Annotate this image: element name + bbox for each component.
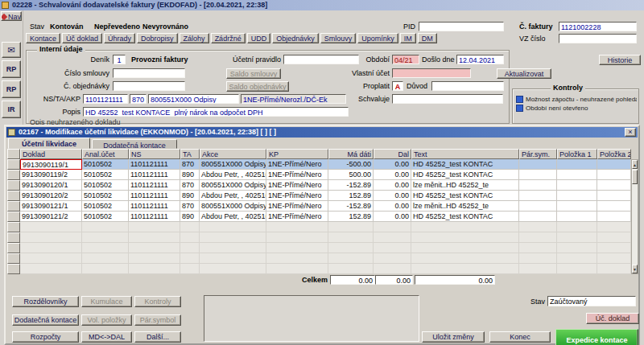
table-row[interactable]: 9913090119/150105021101121111870800551X0… (7, 159, 631, 170)
table-cell[interactable]: 1NE-Přímé/Nero (266, 201, 328, 212)
note-area[interactable] (204, 295, 419, 342)
table-cell[interactable] (597, 180, 631, 191)
popis-field[interactable]: HD 45252_test KONTACE_plný nárok na odpo… (83, 107, 349, 117)
historie-button[interactable]: Historie (599, 55, 641, 65)
table-cell[interactable]: 5010502 (82, 201, 129, 212)
table-cell[interactable]: 9913090120/2 (20, 191, 82, 201)
row-selector[interactable] (7, 201, 20, 212)
faktura-field[interactable]: 1121002228 (559, 22, 637, 31)
table-cell[interactable] (519, 191, 557, 201)
akce-field[interactable]: 800551X000 Odpisy (148, 94, 239, 104)
table-cell[interactable]: 1NE-Přímé/Nero (266, 170, 328, 180)
table-cell[interactable]: Abdou Petr, , 402516 (200, 170, 266, 180)
doslo-field[interactable]: 12.04.2021 (456, 55, 504, 64)
objednavka-field[interactable] (113, 81, 185, 91)
table-cell[interactable]: 5010502 (82, 212, 129, 222)
kp-field[interactable]: 1NE-Přímé/Nerozl./DČ-Ek (241, 94, 346, 104)
table-cell[interactable] (557, 191, 597, 201)
table-cell[interactable] (557, 180, 597, 191)
ns-field[interactable]: 1101121111 (83, 94, 128, 104)
table-row[interactable]: 9913090119/250105021101121111890Abdou Pe… (7, 170, 631, 180)
column-header-2[interactable]: Anal.účet (82, 149, 129, 159)
column-header-3[interactable]: NS (129, 149, 180, 159)
toolbar-tab-5[interactable]: Zálohy (180, 33, 209, 43)
table-cell[interactable]: 5010502 (82, 191, 129, 201)
column-header-5[interactable]: Akce (200, 149, 266, 159)
table-cell[interactable] (557, 159, 597, 170)
toolbar-tab-10[interactable]: Upomínky (357, 33, 398, 43)
table-row[interactable]: 9913090121/250105021101121111890Abdou Pe… (7, 212, 631, 222)
table-cell[interactable]: 9913090121/2 (20, 212, 82, 222)
table-cell[interactable]: 0.00 (374, 180, 411, 191)
rp-button-2[interactable]: RP (2, 80, 21, 98)
table-cell[interactable] (597, 159, 631, 170)
denik-field[interactable]: 1 (113, 55, 126, 64)
table-cell[interactable]: 9913090119/2 (20, 170, 82, 180)
modal-stav-field[interactable]: Zaúčtovaný (547, 296, 636, 306)
table-cell[interactable]: 9913090120/1 (20, 180, 82, 191)
uc-doklad-button[interactable]: Úč. doklad (586, 313, 639, 324)
row-selector[interactable] (7, 191, 20, 201)
table-cell[interactable]: 1NE-Přímé/Nero (266, 212, 328, 222)
table-cell[interactable]: 800551X000 Odpisy (200, 201, 266, 212)
mail-button[interactable]: ✉ (2, 42, 21, 58)
table-cell[interactable]: 500.00 (328, 170, 374, 180)
tab-dodatecna-kontace[interactable]: Dodatečná kontace (92, 139, 177, 149)
table-cell[interactable]: 890 (180, 212, 200, 222)
table-cell[interactable]: 0.00 (374, 201, 411, 212)
table-cell[interactable]: 1NE-Přímé/Nero (266, 191, 328, 201)
toolbar-tab-4[interactable]: Dobropisy (137, 33, 178, 43)
nav-button[interactable]: Nav (1, 11, 22, 21)
duvod-field[interactable] (431, 81, 504, 91)
obdobi-field[interactable]: 04/21 (392, 55, 419, 64)
table-cell[interactable]: 5010502 (82, 170, 129, 180)
column-header-1[interactable]: Doklad (20, 149, 82, 159)
cislo-smlouvy-field[interactable] (113, 68, 185, 78)
grid-scrollbar[interactable]: ▲ ▼ (631, 159, 638, 274)
action-button-7[interactable]: Rozpočty (12, 331, 79, 343)
table-cell[interactable]: Abdou Petr, , 402516 (200, 191, 266, 201)
action-button-1[interactable]: Rozdělovníky (12, 296, 79, 307)
toolbar-tab-1[interactable]: Kontace (26, 33, 60, 43)
toolbar-tab-9[interactable]: Smlouvy (320, 33, 357, 43)
table-cell[interactable]: HD 45252_test KONTAC (411, 170, 519, 180)
table-cell[interactable]: 1101121111 (129, 170, 180, 180)
table-row[interactable]: 9913090120/250105021101121111890Abdou Pe… (7, 191, 631, 201)
vz-field[interactable] (559, 34, 637, 43)
table-cell[interactable] (597, 191, 631, 201)
table-cell[interactable]: lze měnit..HD 45252_te (411, 180, 519, 191)
table-cell[interactable]: 890 (180, 170, 200, 180)
expedice-button[interactable]: Expedice kontace (555, 329, 638, 345)
konec-button[interactable]: Konec (489, 331, 551, 343)
toolbar-tab-12[interactable]: DM (418, 33, 437, 43)
aktualizovat-button[interactable]: Aktualizovat (497, 68, 551, 79)
column-header-10[interactable]: Pár.sym. (519, 149, 557, 159)
table-cell[interactable] (519, 201, 557, 212)
action-button-9[interactable]: Další... (134, 331, 181, 343)
table-cell[interactable]: 870 (180, 201, 200, 212)
vlastni-ucet-field[interactable] (392, 68, 471, 78)
table-cell[interactable]: HD 45252_test KONTAC (411, 212, 519, 222)
row-selector[interactable] (7, 180, 20, 191)
table-cell[interactable]: -152.89 (328, 201, 374, 212)
action-button-4[interactable]: Dodatečná kontace (12, 314, 79, 326)
table-cell[interactable]: 1101121111 (129, 201, 180, 212)
table-cell[interactable]: -152.89 (328, 180, 374, 191)
table-cell[interactable]: 9913090119/1 (20, 159, 82, 170)
toolbar-tab-6[interactable]: Zádržné (211, 33, 246, 43)
table-cell[interactable] (519, 212, 557, 222)
table-cell[interactable]: 800551X000 Odpisy (200, 180, 266, 191)
table-cell[interactable]: 870 (180, 180, 200, 191)
table-cell[interactable]: 1101121111 (129, 191, 180, 201)
table-cell[interactable]: 0.00 (374, 191, 411, 201)
table-cell[interactable]: 5010502 (82, 180, 129, 191)
schvaluje-field[interactable] (392, 94, 503, 104)
toolbar-tab-7[interactable]: UDD (247, 33, 271, 43)
table-row[interactable]: 9913090121/150105021101121111870800551X0… (7, 201, 631, 212)
close-icon[interactable]: × (625, 128, 636, 137)
table-cell[interactable]: 1NE-Přímé/Nero (266, 159, 328, 170)
toolbar-tab-2[interactable]: Úč doklad (62, 33, 102, 43)
ir-button[interactable]: IR (2, 101, 21, 118)
table-cell[interactable]: 152.89 (328, 212, 374, 222)
table-cell[interactable] (519, 170, 557, 180)
